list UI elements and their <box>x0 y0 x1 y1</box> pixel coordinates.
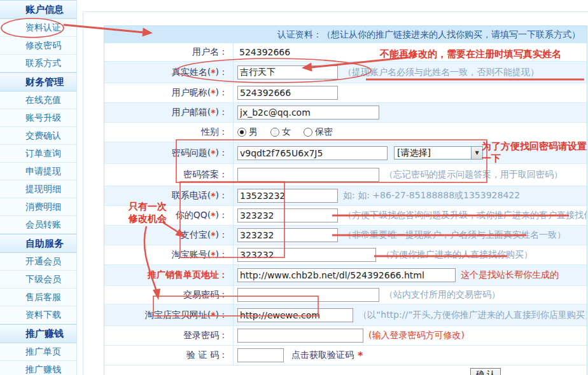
taobao-account-label: 淘宝账号(*)： <box>104 245 234 264</box>
phone-row: 联系电话(*)：如: 如: +86-27-85188888或1353928422 <box>104 186 587 205</box>
sidebar-item[interactable]: 联系方式 <box>0 55 76 72</box>
gender-label: 性别： <box>104 123 234 142</box>
password-answer-input[interactable] <box>237 168 379 182</box>
sidebar-item[interactable]: 资料下载 <box>0 306 76 324</box>
qq-hint: （方便下级找您咨询问题及升级，或你推广进来的客户直接找你购买） <box>343 210 587 221</box>
captcha-row: 验 证 码：点击获取验证码* <box>104 345 587 365</box>
sidebar-item[interactable]: 交费确认 <box>0 127 76 145</box>
login-password-cell: (输入登录密码方可修改) <box>234 329 587 343</box>
password-answer-row: 密码答案：（忘记密码的提示问题答案，用于取回密码） <box>104 163 587 186</box>
sidebar-item[interactable]: 申请提现 <box>0 163 76 181</box>
username-value: 524392666 <box>237 47 290 57</box>
sidebar-section-title: 账户信息 <box>0 0 76 19</box>
annotation-once-note: 只有一次 修改机会 <box>125 201 171 225</box>
sidebar-item[interactable]: 推广单页 <box>0 343 76 361</box>
required-star: * <box>358 350 363 362</box>
annotation-real-name-note: 不能再修改的，需要在注册时填写真实姓名 <box>380 48 561 60</box>
confirm-button[interactable]: 确 认 <box>470 368 501 375</box>
radio-icon[interactable] <box>304 128 312 137</box>
gender-group: 男女保密 <box>237 126 343 138</box>
promo-page-url-cell: 这个是找站长帮你生成的 <box>234 268 587 282</box>
captcha-label: 验 证 码： <box>104 346 234 365</box>
real-name-input[interactable] <box>237 65 338 79</box>
captcha-cell: 点击获取验证码* <box>234 348 587 362</box>
sidebar-item[interactable]: 开通会员 <box>0 253 76 271</box>
taobao-account-input[interactable] <box>237 248 376 262</box>
sidebar: 账户信息资料认证修改密码联系方式财务管理在线充值账号升级交费确认订单查询申请提现… <box>0 0 77 375</box>
nickname-input[interactable] <box>237 86 338 100</box>
confirm-row: 确 认 <box>104 365 587 375</box>
promo-page-url-row: 推广销售单页地址：这个是找站长帮你生成的 <box>104 264 587 285</box>
sidebar-section-title: 自助服务 <box>0 234 76 253</box>
gender-option[interactable]: 保密 <box>304 126 333 138</box>
alipay-input[interactable] <box>237 228 338 242</box>
sidebar-item[interactable]: 提现明细 <box>0 181 76 198</box>
promo-page-url-input[interactable] <box>237 268 456 282</box>
sidebar-item[interactable]: 会员转账 <box>0 216 76 234</box>
login-password-input[interactable] <box>237 329 363 343</box>
confirm-cell: 确 认 <box>234 368 587 375</box>
email-row: 用户邮箱(*)： <box>104 102 587 122</box>
gender-option[interactable]: 男 <box>237 126 258 138</box>
alipay-row: 支付宝(*)：（非常重要唯一提现账户，户名须与上面真实姓名一致） <box>104 225 587 245</box>
taobao-account-row: 淘宝账号(*)：（方便你推广进来的人直接找你购买） <box>104 245 587 264</box>
transaction-password-row: 交易密码：（站内支付所用的交易密码） <box>104 285 587 304</box>
sidebar-item[interactable]: 售后客服 <box>0 289 76 306</box>
email-input[interactable] <box>237 106 379 119</box>
sidebar-section-title: 财务管理 <box>0 72 76 92</box>
taobao-shop-url-cell: （以“http://”开头,方便你推广进来的人直接到你店里购买） <box>234 308 587 322</box>
password-answer-hint: （忘记密码的提示问题答案，用于取回密码） <box>384 169 563 181</box>
alipay-hint: （非常重要唯一提现账户，户名须与上面真实姓名一致） <box>343 229 566 241</box>
taobao-account-hint: （方便你推广进来的人直接找你购买） <box>381 249 533 261</box>
nickname-label: 用户昵称(*)： <box>104 83 234 102</box>
sidebar-item[interactable]: 修改密码 <box>0 37 76 55</box>
qq-row: 你的QQ(*)：（方便下级找您咨询问题及升级，或你推广进来的客户直接找你购买） <box>104 205 587 225</box>
gender-row: 性别：男女保密 <box>104 122 587 142</box>
sidebar-item[interactable]: 资料认证 <box>0 19 76 37</box>
gender-option-label: 保密 <box>315 126 333 138</box>
transaction-password-cell: （站内支付所用的交易密码） <box>234 288 587 302</box>
real-name-hint: （提现账户名必须与此姓名一致，否则不能提现） <box>343 67 539 78</box>
sidebar-section-title: 推广赚钱 <box>0 324 76 343</box>
taobao-shop-url-label: 淘宝店宝贝网址(*)： <box>104 304 234 325</box>
gender-option-label: 女 <box>282 126 291 138</box>
real-name-row: 真实姓名(*)：（提现账户名必须与此姓名一致，否则不能提现） <box>104 61 587 83</box>
password-question-label: 密码问题(*)： <box>104 142 234 163</box>
confirm-label <box>104 365 234 375</box>
taobao-shop-url-hint: （以“http://”开头,方便你推广进来的人直接到你店里购买） <box>358 310 587 321</box>
nickname-row: 用户昵称(*)： <box>104 83 587 102</box>
password-question-input[interactable] <box>237 146 388 160</box>
qq-input[interactable] <box>237 208 338 222</box>
nickname-cell <box>234 86 587 100</box>
phone-input[interactable] <box>237 189 338 203</box>
password-answer-cell: （忘记密码的提示问题答案，用于取回密码） <box>234 168 587 182</box>
get-captcha-link[interactable]: 点击获取验证码 <box>291 350 354 361</box>
password-question-select-value: [请选择] <box>395 147 471 159</box>
verification-form: 认证资料：（想让从你的推广链接进来的人找你购买，请填写一下联系方式） 用户名：5… <box>104 25 587 375</box>
annotation-password-note: 为了方便找回密码请设置一下 <box>482 140 588 165</box>
sidebar-item[interactable]: 推广赚钱 <box>0 361 76 375</box>
gender-option[interactable]: 女 <box>270 126 291 138</box>
taobao-shop-url-input[interactable] <box>237 308 353 322</box>
gender-option-label: 男 <box>249 126 258 138</box>
sidebar-item[interactable]: 账号升级 <box>0 109 76 127</box>
transaction-password-input[interactable] <box>237 288 379 302</box>
username-label: 用户名： <box>104 43 234 61</box>
sidebar-item[interactable]: 订单查询 <box>0 145 76 163</box>
sidebar-item[interactable]: 在线充值 <box>0 92 76 109</box>
chevron-down-icon[interactable]: ▼ <box>471 147 482 159</box>
form-title: 认证资料：（想让从你的推广链接进来的人找你购买，请填写一下联系方式） <box>104 26 587 43</box>
login-password-label: 登录密码： <box>104 326 234 345</box>
captcha-input[interactable] <box>237 348 284 362</box>
password-question-select[interactable]: [请选择]▼ <box>394 146 483 160</box>
sidebar-item[interactable]: 下级会员 <box>0 271 76 289</box>
phone-cell: 如: 如: +86-27-85188888或1353928422 <box>234 189 587 203</box>
alipay-label: 支付宝(*)： <box>104 226 234 245</box>
radio-icon[interactable] <box>237 128 246 137</box>
email-label: 用户邮箱(*)： <box>104 103 234 122</box>
promo-page-url-hint: 这个是找站长帮你生成的 <box>461 269 559 281</box>
gender-cell: 男女保密 <box>234 126 587 138</box>
sidebar-item[interactable]: 消费明细 <box>0 198 76 216</box>
qq-cell: （方便下级找您咨询问题及升级，或你推广进来的客户直接找你购买） <box>234 208 587 222</box>
radio-icon[interactable] <box>270 128 279 137</box>
